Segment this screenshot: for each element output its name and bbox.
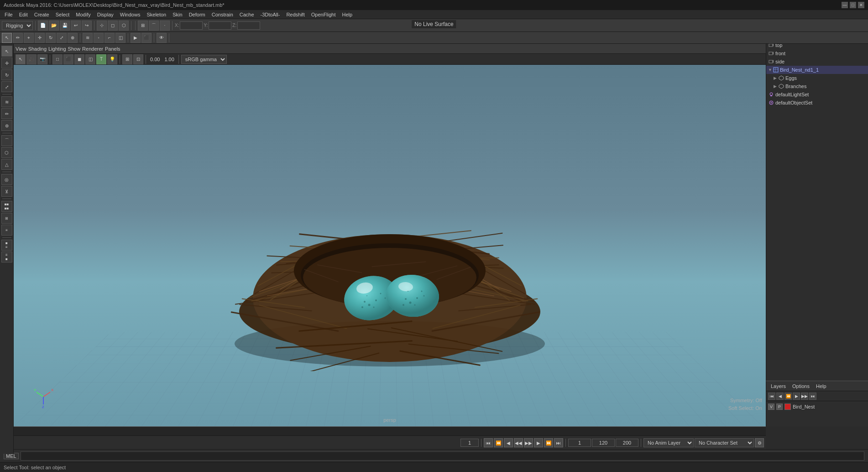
- vp-tex-btn[interactable]: T: [96, 54, 106, 64]
- vp-smooth2-btn[interactable]: ◼: [74, 54, 84, 64]
- snap-curve-btn[interactable]: ⌒: [149, 21, 159, 31]
- go-end-btn[interactable]: ⏭: [554, 438, 563, 447]
- new-scene-btn[interactable]: 📄: [38, 21, 48, 31]
- layer-next-btn[interactable]: ▶▶: [801, 393, 808, 400]
- layer-p-btn-birdnest[interactable]: P: [776, 404, 783, 410]
- layers-help-tab[interactable]: Help: [813, 383, 829, 389]
- menu-skeleton[interactable]: Skeleton: [144, 11, 169, 18]
- paint-btn[interactable]: ✏: [13, 33, 23, 43]
- mel-input[interactable]: [21, 451, 864, 461]
- layer-last-btn[interactable]: ⏭: [809, 393, 816, 400]
- undo-btn[interactable]: ↩: [71, 21, 81, 31]
- vp-menu-renderer[interactable]: Renderer: [82, 46, 103, 52]
- timeline-ruler[interactable]: 1 5 10 15 20 25 30 35 40 45 50 55 60 65 …: [0, 427, 766, 436]
- vp-menu-shading[interactable]: Shading: [28, 46, 47, 52]
- play-fwd-btn[interactable]: ▶▶: [524, 438, 533, 447]
- tree-item-side[interactable]: side: [766, 58, 868, 66]
- ik-tool[interactable]: ⊻: [1, 186, 12, 197]
- joint-tool[interactable]: ◎: [1, 174, 12, 185]
- minimize-btn[interactable]: —: [842, 2, 848, 8]
- move-btn[interactable]: ✛: [35, 33, 45, 43]
- go-start-btn[interactable]: ⏮: [484, 438, 493, 447]
- main-viewport[interactable]: X Y Z Symmetry: Off Soft Select: On pers…: [14, 65, 766, 426]
- prev-key-btn[interactable]: ⏪: [494, 438, 503, 447]
- move-tool[interactable]: ✛: [1, 58, 12, 68]
- vp-hud-btn[interactable]: ⊡: [133, 54, 143, 64]
- x-coord[interactable]: [180, 21, 203, 30]
- z-coord[interactable]: [237, 21, 260, 30]
- select-tool-btn[interactable]: ⊹: [97, 21, 107, 31]
- y-coord[interactable]: [209, 21, 231, 30]
- menu-modify[interactable]: Modify: [73, 11, 93, 18]
- layer-play-fwd-btn[interactable]: ▶: [793, 393, 800, 400]
- tree-item-birdnest[interactable]: ▼ Bird_Nest_nd1_1: [766, 66, 868, 74]
- layer-prev-btn[interactable]: ◀: [776, 393, 784, 400]
- soft-mod-btn[interactable]: ≋: [83, 33, 93, 43]
- current-frame-input[interactable]: [460, 439, 479, 447]
- vp-menu-lighting[interactable]: Lighting: [48, 46, 66, 52]
- snap-grid-btn[interactable]: ⊞: [138, 21, 148, 31]
- character-set-dropdown[interactable]: No Character Set: [695, 438, 754, 447]
- edge-btn[interactable]: ⌐: [105, 33, 115, 43]
- sculpt-tool[interactable]: ⊚: [1, 120, 12, 131]
- face-btn[interactable]: ◫: [115, 33, 125, 43]
- lasso-tool-btn[interactable]: ◻: [108, 21, 118, 31]
- misc-tool-2[interactable]: ⊞: [1, 213, 12, 224]
- select-tool[interactable]: ↖: [1, 46, 12, 57]
- menu-file[interactable]: File: [2, 11, 16, 18]
- vp-menu-show[interactable]: Show: [68, 46, 81, 52]
- scale-tool[interactable]: ⤢: [1, 81, 12, 92]
- misc-tool-1[interactable]: ■■■■: [1, 201, 12, 212]
- menu-skin[interactable]: Skin: [170, 11, 185, 18]
- options-tab[interactable]: Options: [790, 383, 812, 389]
- lasso-btn[interactable]: ⌖: [24, 33, 34, 43]
- maximize-btn[interactable]: □: [850, 2, 856, 8]
- tree-item-front[interactable]: front: [766, 49, 868, 58]
- scale-btn[interactable]: ⤢: [57, 33, 67, 43]
- layer-vis-btn-birdnest[interactable]: V: [768, 404, 774, 410]
- misc-tool-3[interactable]: ≡: [1, 225, 12, 236]
- vp-cam2-btn[interactable]: 📷: [37, 54, 47, 64]
- polygon-tool[interactable]: △: [1, 159, 12, 170]
- settings-btn[interactable]: ⚙: [755, 438, 764, 447]
- menu-openflight[interactable]: OpenFlight: [309, 11, 339, 18]
- tree-item-objset[interactable]: defaultObjectSet: [766, 99, 868, 107]
- rotate-tool[interactable]: ↻: [1, 69, 12, 80]
- gamma-dropdown[interactable]: sRGB gamma: [181, 55, 227, 64]
- paint-select-btn[interactable]: ⬡: [119, 21, 129, 31]
- tree-item-branches[interactable]: ▶ Branches: [766, 82, 868, 90]
- play-back-btn[interactable]: ◀◀: [514, 438, 523, 447]
- vp-smooth-btn[interactable]: ⬛: [63, 54, 73, 64]
- menu-3dtoall[interactable]: -3DtoAll-: [258, 11, 283, 18]
- range-start-input[interactable]: [568, 439, 591, 447]
- select-obj-btn[interactable]: ↖: [2, 33, 12, 43]
- vp-menu-view[interactable]: View: [16, 46, 26, 52]
- manip-btn[interactable]: ⊕: [68, 33, 78, 43]
- mode-dropdown[interactable]: Rigging: [2, 21, 33, 30]
- vertex-btn[interactable]: ◦: [94, 33, 104, 43]
- vp-select-btn[interactable]: ↖: [16, 54, 26, 64]
- menu-deform[interactable]: Deform: [186, 11, 208, 18]
- prev-frame-btn[interactable]: ◀: [504, 438, 513, 447]
- menu-redshift[interactable]: Redshift: [283, 11, 307, 18]
- menu-windows[interactable]: Windows: [117, 11, 143, 18]
- menu-edit[interactable]: Edit: [16, 11, 31, 18]
- layer-row-birdnest[interactable]: V P Bird_Nest: [768, 402, 866, 411]
- total-end-input[interactable]: [616, 439, 638, 447]
- menu-create[interactable]: Create: [31, 11, 52, 18]
- vp-light-btn[interactable]: 💡: [107, 54, 117, 64]
- open-scene-btn[interactable]: 📂: [49, 21, 59, 31]
- layers-tab[interactable]: Layers: [768, 383, 789, 389]
- close-btn[interactable]: ✕: [858, 2, 864, 8]
- vp-grid-btn[interactable]: ⊞: [122, 54, 132, 64]
- anim-layer-dropdown[interactable]: No Anim Layer: [643, 438, 694, 447]
- soft-select-tool[interactable]: ≋: [1, 96, 12, 107]
- next-frame-btn[interactable]: ▶: [534, 438, 543, 447]
- surface-tool[interactable]: ⬡: [1, 147, 12, 158]
- range-end-input[interactable]: [592, 439, 615, 447]
- vp-menu-panels[interactable]: Panels: [105, 46, 120, 52]
- vp-cam-btn[interactable]: 🎥: [26, 54, 37, 64]
- layer-play-back-btn[interactable]: ⏪: [784, 393, 792, 400]
- tree-item-eggs[interactable]: ▶ Eggs: [766, 74, 868, 82]
- redo-btn[interactable]: ↪: [82, 21, 92, 31]
